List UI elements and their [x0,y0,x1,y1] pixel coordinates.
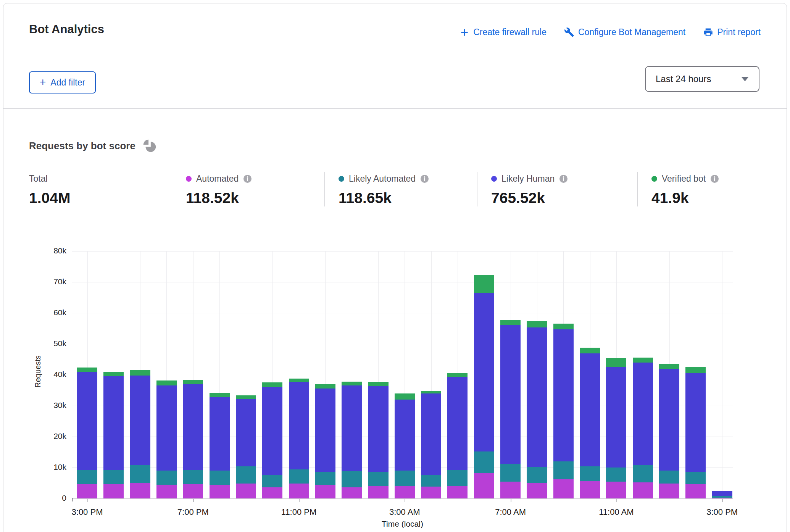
bar-automated[interactable] [262,487,282,498]
bar-automated[interactable] [633,482,653,498]
bar-automated[interactable] [368,486,389,498]
bar-likely-automated[interactable] [659,471,679,484]
bar-automated[interactable] [395,486,415,498]
bar-verified-bot[interactable] [368,382,389,386]
bar-likely-human[interactable] [580,353,600,466]
bar-verified-bot[interactable] [659,364,679,369]
action-create-firewall-rule[interactable]: Create firewall rule [459,27,547,37]
bar-automated[interactable] [421,487,441,498]
info-icon[interactable] [243,174,252,183]
bar-verified-bot[interactable] [685,367,706,373]
bar-likely-automated[interactable] [527,467,547,483]
bar-likely-automated[interactable] [342,471,362,487]
bar-likely-human[interactable] [500,325,521,464]
bar-verified-bot[interactable] [77,368,97,372]
time-range-select[interactable]: Last 24 hours [645,66,759,92]
bar-automated[interactable] [500,482,521,498]
info-icon[interactable] [420,174,429,183]
bar-likely-human[interactable] [712,491,732,496]
bar-automated[interactable] [685,484,706,498]
bar-likely-automated[interactable] [633,465,653,482]
bar-likely-automated[interactable] [130,465,150,484]
bar-likely-automated[interactable] [447,470,468,486]
bar-automated[interactable] [527,483,547,498]
bar-likely-human[interactable] [633,363,653,464]
add-filter-button[interactable]: + Add filter [29,71,96,94]
bar-verified-bot[interactable] [210,393,230,397]
bar-verified-bot[interactable] [183,380,203,384]
bar-likely-automated[interactable] [315,472,335,485]
bar-likely-automated[interactable] [210,471,230,485]
bar-verified-bot[interactable] [421,391,441,393]
bar-likely-human[interactable] [395,400,415,471]
bar-likely-human[interactable] [130,376,150,465]
bar-likely-automated[interactable] [606,468,626,482]
bar-likely-human[interactable] [527,327,547,467]
bar-automated[interactable] [210,485,230,498]
bar-verified-bot[interactable] [606,358,626,367]
bar-automated[interactable] [580,481,600,498]
bar-likely-human[interactable] [685,373,706,472]
action-configure-bot-management[interactable]: Configure Bot Management [564,27,685,37]
bar-likely-human[interactable] [368,386,389,472]
bar-likely-human[interactable] [553,329,574,461]
bar-verified-bot[interactable] [500,320,521,325]
info-icon[interactable] [710,174,719,183]
bar-automated[interactable] [103,484,124,498]
bar-verified-bot[interactable] [156,380,177,385]
bar-verified-bot[interactable] [130,370,150,376]
bar-automated[interactable] [606,482,626,498]
bar-likely-automated[interactable] [395,471,415,486]
bar-verified-bot[interactable] [527,321,547,327]
bar-likely-human[interactable] [289,382,309,469]
bar-verified-bot[interactable] [395,393,415,399]
bar-verified-bot[interactable] [474,275,494,293]
bar-verified-bot[interactable] [236,395,256,399]
bar-automated[interactable] [553,479,574,498]
bar-likely-automated[interactable] [77,470,97,484]
bar-likely-human[interactable] [606,367,626,468]
bar-verified-bot[interactable] [103,372,124,376]
bar-likely-human[interactable] [210,397,230,471]
bar-likely-automated[interactable] [156,471,177,485]
bar-automated[interactable] [315,485,335,498]
bar-verified-bot[interactable] [342,382,362,385]
bar-likely-human[interactable] [421,393,441,475]
bar-likely-automated[interactable] [421,475,441,487]
bar-verified-bot[interactable] [447,373,468,377]
bar-automated[interactable] [77,484,97,498]
bar-verified-bot[interactable] [580,348,600,353]
bar-automated[interactable] [289,484,309,498]
bar-automated[interactable] [156,485,177,498]
bar-automated[interactable] [659,484,679,498]
bar-verified-bot[interactable] [712,491,732,491]
bar-likely-automated[interactable] [368,472,389,486]
bar-likely-automated[interactable] [712,496,732,498]
bar-verified-bot[interactable] [633,358,653,363]
bar-likely-human[interactable] [447,377,468,470]
bar-likely-human[interactable] [474,293,494,451]
bar-likely-human[interactable] [183,384,203,470]
bar-automated[interactable] [342,487,362,498]
bar-likely-automated[interactable] [289,469,309,484]
bar-automated[interactable] [183,484,203,498]
bar-likely-automated[interactable] [553,461,574,479]
bar-verified-bot[interactable] [289,379,309,382]
bar-likely-human[interactable] [342,385,362,471]
bar-verified-bot[interactable] [315,384,335,389]
bar-likely-automated[interactable] [103,470,124,484]
bar-likely-automated[interactable] [580,466,600,482]
bar-automated[interactable] [236,484,256,498]
bar-likely-human[interactable] [262,387,282,475]
bar-likely-automated[interactable] [183,470,203,484]
bar-likely-human[interactable] [77,372,97,470]
bar-verified-bot[interactable] [553,324,574,329]
bar-likely-automated[interactable] [474,451,494,473]
bar-likely-human[interactable] [103,376,124,470]
bar-likely-human[interactable] [236,399,256,466]
info-icon[interactable] [559,174,568,183]
bar-likely-human[interactable] [659,369,679,471]
bar-likely-automated[interactable] [262,475,282,487]
bar-automated[interactable] [474,473,494,498]
bar-automated[interactable] [130,483,150,498]
